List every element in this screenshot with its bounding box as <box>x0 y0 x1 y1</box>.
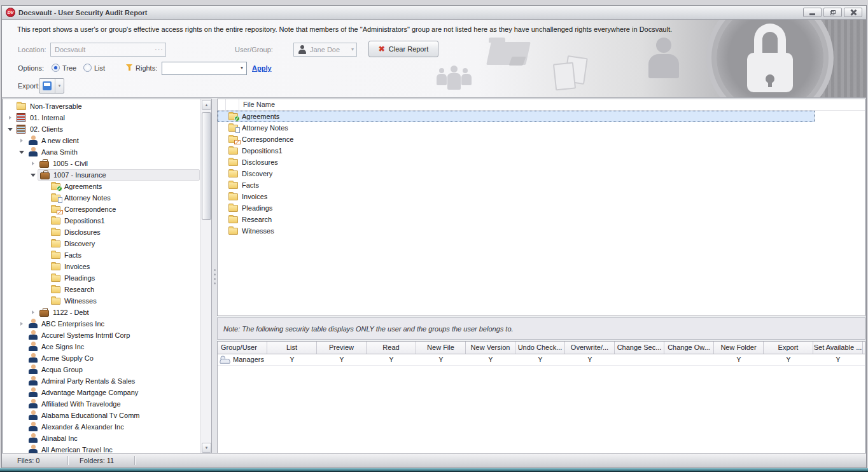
tree-list: Non-Traversable01. Internal02. ClientsA … <box>3 101 200 454</box>
folder-icon <box>228 146 239 156</box>
folder-mail-icon <box>228 134 239 144</box>
tree-item-label: Ace Signs Inc <box>41 343 84 351</box>
table-column-header[interactable]: Preview <box>317 342 367 354</box>
file-list-row[interactable]: Correspondence <box>218 134 865 145</box>
collapse-arrow-icon[interactable] <box>17 151 26 154</box>
file-list-row[interactable]: Depositions1 <box>218 145 865 156</box>
scroll-down-icon[interactable]: ▼ <box>202 443 211 453</box>
expand-arrow-icon[interactable] <box>17 139 26 142</box>
tree-item[interactable]: Research <box>3 284 200 295</box>
table-column-header[interactable]: Export <box>764 342 813 354</box>
file-list-row[interactable]: Research <box>218 214 865 225</box>
expand-arrow-icon[interactable] <box>29 310 38 314</box>
tree-item[interactable]: Depositions1 <box>3 215 200 226</box>
file-list-row[interactable]: Witnesses <box>218 225 865 237</box>
restore-button[interactable] <box>823 8 842 17</box>
tree-item[interactable]: Facts <box>3 249 200 261</box>
list-radio[interactable] <box>83 64 92 72</box>
tree-item[interactable]: 1122 - Debt <box>3 307 200 318</box>
tree-item[interactable]: Witnesses <box>3 295 200 307</box>
file-list-row[interactable]: Attorney Notes <box>218 122 865 134</box>
save-icon <box>43 81 52 90</box>
tree-radio[interactable] <box>52 64 60 72</box>
watermark-lock-icon <box>717 20 823 98</box>
tree-item[interactable]: Attorney Notes <box>3 192 200 204</box>
table-column-header[interactable]: Overwrite/... <box>565 342 615 354</box>
expand-arrow-icon[interactable] <box>29 162 38 165</box>
table-column-header[interactable]: Read <box>367 342 416 354</box>
tree-item[interactable]: Alexander & Alexander Inc <box>3 421 200 433</box>
file-list-row[interactable]: Facts <box>218 179 865 191</box>
folder-icon <box>50 261 62 272</box>
tree-item[interactable]: Alinabal Inc <box>3 433 200 444</box>
security-table-header: Group/UserListPreviewReadNew FileNew Ver… <box>218 342 865 354</box>
tree-item-label: 1122 - Debt <box>53 309 89 316</box>
tree-item[interactable]: 01. Internal <box>3 112 200 123</box>
pane-splitter[interactable] <box>212 99 217 454</box>
table-column-header[interactable]: Change Sec... <box>615 342 664 354</box>
file-list-row[interactable]: Pleadings <box>218 202 865 214</box>
expand-arrow-icon[interactable] <box>6 116 15 120</box>
tree-item[interactable]: Ace Signs Inc <box>3 341 200 352</box>
tree-item[interactable]: Admiral Party Rentals & Sales <box>3 375 200 387</box>
expand-arrow-icon[interactable] <box>17 322 26 326</box>
file-list-row[interactable]: Agreements <box>218 111 815 122</box>
collapse-arrow-icon[interactable] <box>6 128 15 131</box>
tree-item-label: 1007 - Insurance <box>53 171 106 179</box>
clear-report-button[interactable]: ✖ Clear Report <box>368 41 438 57</box>
minimize-button[interactable] <box>803 8 822 17</box>
export-button[interactable]: ▾ <box>39 78 64 94</box>
tree-radio-label[interactable]: Tree <box>62 64 76 72</box>
rights-dropdown[interactable]: ▾ <box>162 62 247 75</box>
report-header-panel: This report shows a user's or group's ef… <box>2 20 866 98</box>
table-column-header[interactable]: Group/User <box>218 342 267 354</box>
tree-scrollbar[interactable]: ▲ ▼ <box>200 99 211 454</box>
collapse-arrow-icon[interactable] <box>29 174 38 177</box>
apply-link[interactable]: Apply <box>252 64 272 72</box>
scroll-up-icon[interactable]: ▲ <box>202 100 211 110</box>
tree-item[interactable]: A new client <box>3 135 200 146</box>
person-icon <box>27 147 39 157</box>
tree-item[interactable]: Advantage Martgage Company <box>3 387 200 398</box>
browse-button: ··· <box>153 44 165 55</box>
file-list-row[interactable]: Discovery <box>218 168 865 179</box>
list-radio-label[interactable]: List <box>94 64 105 72</box>
file-list-row[interactable]: Disclosures <box>218 156 865 168</box>
tree-item[interactable]: Acme Supply Co <box>3 352 200 364</box>
table-row[interactable]: ManagersYYYYYYYYYY <box>218 354 865 366</box>
table-column-header[interactable]: List <box>267 342 317 354</box>
tree-item[interactable]: Disclosures <box>3 226 200 238</box>
tree-item[interactable]: Invoices <box>3 261 200 272</box>
title-bar: DV Docsvault - User Security Audit Repor… <box>2 6 866 20</box>
tree-item[interactable]: ABC Enterprises Inc <box>3 318 200 330</box>
tree-item[interactable]: Acqua Group <box>3 364 200 375</box>
tree-item-label: ABC Enterprises Inc <box>41 320 104 328</box>
file-list-header[interactable]: File Name <box>218 99 865 111</box>
export-dropdown-icon[interactable]: ▾ <box>55 79 64 93</box>
close-button[interactable] <box>844 8 862 17</box>
table-column-header[interactable]: Undo Check... <box>515 342 565 354</box>
tree-item[interactable]: Accurel Systems Intrntl Corp <box>3 330 200 341</box>
note-text: Note: The following security table displ… <box>223 325 514 333</box>
table-column-header[interactable]: New File <box>416 342 466 354</box>
table-column-header[interactable]: Set Available ... <box>813 342 863 354</box>
user-group-value: Jane Doe <box>310 46 340 53</box>
tree-item[interactable]: Discovery <box>3 238 200 249</box>
tree-item[interactable]: Affiliated With Travelodge <box>3 398 200 410</box>
tree-item[interactable]: Non-Traversable <box>3 101 200 112</box>
tree-item[interactable]: 1007 - Insurance <box>3 169 200 181</box>
tree-item[interactable]: 02. Clients <box>3 123 200 135</box>
table-column-header[interactable]: New Version <box>466 342 515 354</box>
tree-item[interactable]: 1005 - Civil <box>3 158 200 169</box>
file-list-row[interactable]: Invoices <box>218 191 865 202</box>
note-bar: Note: The following security table displ… <box>217 317 865 340</box>
tree-item[interactable]: Correspondence <box>3 204 200 215</box>
file-name-column-header[interactable]: File Name <box>243 101 275 108</box>
scrollbar-thumb[interactable] <box>202 112 211 220</box>
table-column-header[interactable]: Change Ow... <box>664 342 714 354</box>
tree-item[interactable]: Agreements <box>3 181 200 192</box>
tree-item[interactable]: Pleadings <box>3 272 200 284</box>
tree-item[interactable]: Aana Smith <box>3 146 200 158</box>
table-column-header[interactable]: New Folder <box>714 342 764 354</box>
tree-item[interactable]: Alabama Educational Tv Comm <box>3 410 200 421</box>
